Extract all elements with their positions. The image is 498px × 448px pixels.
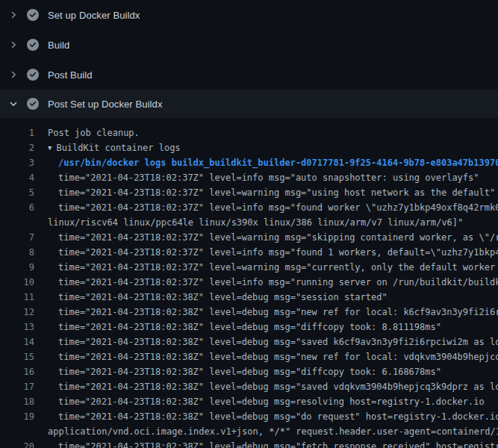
step-header-build[interactable]: Build — [0, 30, 498, 60]
step-label: Post Build — [48, 69, 93, 81]
log-text: time="2021-04-23T18:02:38Z" level=debug … — [58, 394, 485, 409]
actions-log-viewer: Set up Docker Buildx Build Post Build Po… — [0, 0, 498, 448]
log-line: 13 time="2021-04-23T18:02:38Z" level=deb… — [0, 320, 498, 335]
check-circle-icon — [27, 9, 39, 21]
line-number[interactable]: 5 — [0, 185, 34, 200]
line-number[interactable]: 11 — [0, 290, 34, 305]
log-text: time="2021-04-23T18:02:38Z" level=debug … — [58, 349, 498, 364]
line-number[interactable]: 2 — [0, 140, 34, 155]
log-line-continuation: application/vnd.oci.image.index.v1+json,… — [0, 424, 498, 439]
log-line: 12 time="2021-04-23T18:02:38Z" level=deb… — [0, 305, 498, 320]
log-text: time="2021-04-23T18:02:37Z" level=info m… — [58, 200, 498, 215]
chevron-right-icon — [9, 70, 18, 79]
step-header-post-setup-docker-buildx[interactable]: Post Set up Docker Buildx — [0, 90, 498, 118]
chevron-right-icon — [9, 10, 18, 19]
chevron-down-icon — [9, 99, 18, 108]
line-number[interactable]: 16 — [0, 364, 34, 379]
log-text: linux/riscv64 linux/ppc64le linux/s390x … — [48, 215, 463, 230]
log-text: time="2021-04-23T18:02:38Z" level=debug … — [58, 320, 441, 335]
line-number[interactable]: 7 — [0, 230, 34, 245]
log-text: time="2021-04-23T18:02:37Z" level=info m… — [58, 275, 498, 290]
line-number[interactable]: 19 — [0, 409, 34, 424]
log-line: 20 time="2021-04-23T18:02:38Z" level=deb… — [0, 439, 498, 448]
log-line-group-toggle: 2 ▼BuildKit container logs — [0, 140, 498, 155]
line-number[interactable]: 4 — [0, 170, 34, 185]
line-number[interactable]: 18 — [0, 394, 34, 409]
step-log-output: 1 Post job cleanup. 2 ▼BuildKit containe… — [0, 118, 498, 448]
line-number[interactable]: 17 — [0, 379, 34, 394]
log-text: time="2021-04-23T18:02:38Z" level=debug … — [58, 290, 387, 305]
log-text: time="2021-04-23T18:02:38Z" level=debug … — [58, 439, 498, 448]
log-text: time="2021-04-23T18:02:37Z" level=warnin… — [58, 230, 498, 245]
log-line: 5 time="2021-04-23T18:02:37Z" level=warn… — [0, 185, 498, 200]
log-text: time="2021-04-23T18:02:38Z" level=debug … — [58, 335, 498, 349]
log-text: time="2021-04-23T18:02:37Z" level=info m… — [58, 170, 479, 185]
log-line: 10 time="2021-04-23T18:02:37Z" level=inf… — [0, 275, 498, 290]
line-number[interactable]: 6 — [0, 200, 34, 215]
log-line: 14 time="2021-04-23T18:02:38Z" level=deb… — [0, 335, 498, 349]
triangle-down-icon: ▼ — [48, 140, 52, 155]
line-number[interactable]: 1 — [0, 125, 34, 140]
check-circle-icon — [27, 69, 39, 81]
log-text: application/vnd.oci.image.index.v1+json,… — [48, 424, 498, 439]
log-line-continuation: linux/riscv64 linux/ppc64le linux/s390x … — [0, 215, 498, 230]
log-text: time="2021-04-23T18:02:38Z" level=debug … — [58, 409, 498, 424]
log-text: time="2021-04-23T18:02:38Z" level=debug … — [58, 379, 498, 394]
line-number[interactable]: 20 — [0, 439, 34, 448]
log-text: time="2021-04-23T18:02:38Z" level=debug … — [58, 305, 498, 320]
log-text: time="2021-04-23T18:02:37Z" level=warnin… — [58, 260, 498, 275]
log-line: 3 /usr/bin/docker logs buildx_buildkit_b… — [0, 155, 498, 170]
log-text: Post job cleanup. — [48, 125, 140, 140]
line-number[interactable]: 10 — [0, 275, 34, 290]
step-header-setup-docker-buildx[interactable]: Set up Docker Buildx — [0, 0, 498, 30]
line-number[interactable]: 13 — [0, 320, 34, 335]
log-line: 18 time="2021-04-23T18:02:38Z" level=deb… — [0, 394, 498, 409]
log-group-header[interactable]: ▼BuildKit container logs — [48, 140, 181, 155]
step-label: Set up Docker Buildx — [48, 10, 140, 21]
check-circle-icon — [27, 98, 39, 110]
step-header-post-build[interactable]: Post Build — [0, 60, 498, 90]
line-number[interactable]: 15 — [0, 349, 34, 364]
line-number — [0, 424, 34, 439]
line-number — [0, 215, 34, 230]
log-text: time="2021-04-23T18:02:37Z" level=info m… — [58, 245, 498, 260]
line-number[interactable]: 8 — [0, 245, 34, 260]
log-line: 11 time="2021-04-23T18:02:38Z" level=deb… — [0, 290, 498, 305]
log-command-text: /usr/bin/docker logs buildx_buildkit_bui… — [58, 155, 498, 170]
chevron-right-icon — [9, 40, 18, 49]
log-line: 9 time="2021-04-23T18:02:37Z" level=warn… — [0, 260, 498, 275]
check-circle-icon — [27, 39, 39, 51]
log-line: 1 Post job cleanup. — [0, 125, 498, 140]
step-label: Build — [48, 40, 69, 51]
log-line: 8 time="2021-04-23T18:02:37Z" level=info… — [0, 245, 498, 260]
log-text: BuildKit container logs — [56, 143, 180, 153]
log-line: 15 time="2021-04-23T18:02:38Z" level=deb… — [0, 349, 498, 364]
line-number[interactable]: 9 — [0, 260, 34, 275]
log-line: 19 time="2021-04-23T18:02:38Z" level=deb… — [0, 409, 498, 424]
log-line: 7 time="2021-04-23T18:02:37Z" level=warn… — [0, 230, 498, 245]
line-number[interactable]: 3 — [0, 155, 34, 170]
log-line: 17 time="2021-04-23T18:02:38Z" level=deb… — [0, 379, 498, 394]
step-label: Post Set up Docker Buildx — [48, 99, 163, 110]
log-text: time="2021-04-23T18:02:37Z" level=warnin… — [58, 185, 495, 200]
log-line: 16 time="2021-04-23T18:02:38Z" level=deb… — [0, 364, 498, 379]
log-line: 4 time="2021-04-23T18:02:37Z" level=info… — [0, 170, 498, 185]
log-line: 6 time="2021-04-23T18:02:37Z" level=info… — [0, 200, 498, 215]
line-number[interactable]: 12 — [0, 305, 34, 320]
log-text: time="2021-04-23T18:02:38Z" level=debug … — [58, 364, 441, 379]
line-number[interactable]: 14 — [0, 335, 34, 349]
